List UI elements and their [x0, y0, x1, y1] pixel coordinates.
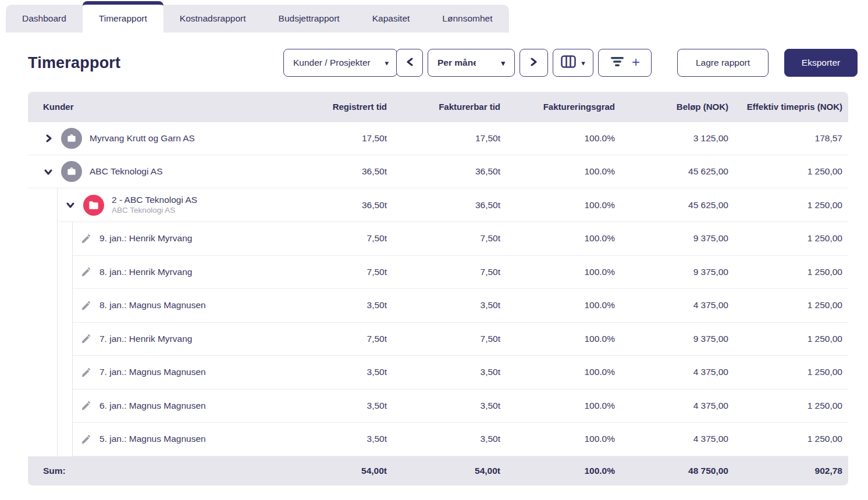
- fakturerbar-tid-value: 7,50t: [393, 233, 506, 244]
- save-report-button[interactable]: Lagre rapport: [677, 49, 769, 77]
- edit-pencil-icon[interactable]: [80, 433, 92, 445]
- edit-pencil-icon[interactable]: [80, 299, 92, 311]
- col-registrert-tid: Registrert tid: [279, 102, 393, 113]
- registrert-tid-value: 17,50t: [279, 133, 393, 144]
- entry-label: 5. jan.: Magnus Magnusen: [99, 434, 206, 444]
- customer-row: ABC Teknologi AS 36,50t 36,50t 100.0% 45…: [28, 155, 848, 188]
- fakturerbar-tid-value: 36,50t: [393, 166, 506, 177]
- edit-pencil-icon[interactable]: [80, 333, 92, 345]
- time-entry-row: 8. jan.: Magnus Magnusen 3,50t 3,50t 100…: [73, 289, 848, 323]
- chevron-down-icon: ▾: [385, 59, 389, 67]
- faktureringsgrad-value: 100.0%: [506, 401, 621, 411]
- edit-pencil-icon[interactable]: [80, 366, 92, 378]
- entries-group: 9. jan.: Henrik Myrvang 7,50t 7,50t 100.…: [72, 222, 848, 456]
- edit-pencil-icon[interactable]: [80, 233, 92, 244]
- chevron-down-icon: ▾: [581, 59, 585, 67]
- customer-name: ABC Teknologi AS: [90, 166, 163, 177]
- belop-value: 4 375,00: [621, 367, 734, 377]
- entry-label: 7. jan.: Henrik Myrvang: [99, 334, 192, 344]
- chevron-down-icon: ▾: [501, 59, 505, 67]
- belop-value: 9 375,00: [621, 267, 734, 277]
- faktureringsgrad-value: 100.0%: [506, 434, 621, 444]
- fakturerbar-tid-value: 3,50t: [393, 300, 506, 310]
- toolbar: Kunder / Prosjekter ▾ Per måned ▾: [283, 49, 858, 77]
- timepris-value: 1 250,00: [734, 267, 848, 277]
- timepris-value: 1 250,00: [734, 200, 848, 210]
- next-period-button[interactable]: [520, 49, 548, 77]
- belop-value: 9 375,00: [621, 233, 734, 244]
- faktureringsgrad-value: 100.0%: [506, 300, 621, 310]
- entry-label: 9. jan.: Henrik Myrvang: [99, 233, 192, 244]
- project-row: 2 - ABC Teknologi AS ABC Teknologi AS 36…: [58, 188, 848, 222]
- export-button[interactable]: Eksporter: [784, 49, 858, 77]
- tab-budsjettrapport[interactable]: Budsjettrapport: [262, 5, 356, 33]
- briefcase-icon: [61, 161, 82, 182]
- sum-fakturerbar-tid: 54,00t: [393, 466, 506, 476]
- faktureringsgrad-value: 100.0%: [506, 267, 621, 277]
- faktureringsgrad-value: 100.0%: [506, 166, 621, 177]
- project-name: 2 - ABC Teknologi AS: [112, 194, 197, 205]
- expand-chevron-right-icon[interactable]: [43, 133, 54, 144]
- edit-pencil-icon[interactable]: [80, 266, 92, 278]
- belop-value: 4 375,00: [621, 300, 734, 310]
- timerapport-page: Dashboard Timerapport Kostnadsrapport Bu…: [0, 0, 868, 500]
- registrert-tid-value: 3,50t: [279, 434, 393, 444]
- time-entry-row: 6. jan.: Magnus Magnusen 3,50t 3,50t 100…: [73, 390, 848, 423]
- customer-row: Myrvang Krutt og Garn AS 17,50t 17,50t 1…: [28, 122, 848, 155]
- timepris-value: 1 250,00: [734, 300, 848, 310]
- fakturerbar-tid-value: 3,50t: [393, 401, 506, 411]
- timepris-value: 178,57: [734, 133, 848, 144]
- plus-icon: +: [632, 55, 640, 69]
- tab-kostnadsrapport[interactable]: Kostnadsrapport: [163, 5, 262, 33]
- belop-value: 4 375,00: [621, 434, 734, 444]
- sum-timepris: 902,78: [734, 466, 848, 476]
- faktureringsgrad-value: 100.0%: [506, 200, 621, 210]
- collapse-chevron-down-icon[interactable]: [65, 200, 76, 210]
- col-effektiv-timepris: Effektiv timepris (NOK): [734, 102, 848, 113]
- sum-belop: 48 750,00: [621, 466, 734, 476]
- time-entry-row: 7. jan.: Henrik Myrvang 7,50t 7,50t 100.…: [73, 323, 848, 356]
- folder-icon: [83, 195, 104, 216]
- page-title: Timerapport: [28, 54, 120, 72]
- project-group: 2 - ABC Teknologi AS ABC Teknologi AS 36…: [57, 188, 848, 456]
- tab-timerapport[interactable]: Timerapport: [83, 1, 163, 33]
- registrert-tid-value: 7,50t: [279, 267, 393, 277]
- sum-label: Sum:: [28, 466, 279, 476]
- col-fakturerbar-tid: Fakturerbar tid: [393, 102, 506, 113]
- table-header: Kunder Registrert tid Fakturerbar tid Fa…: [28, 92, 848, 122]
- belop-value: 3 125,00: [621, 133, 734, 144]
- belop-value: 45 625,00: [621, 200, 734, 210]
- timepris-value: 1 250,00: [734, 401, 848, 411]
- sum-row: Sum: 54,00t 54,00t 100.0% 48 750,00 902,…: [28, 456, 848, 485]
- tab-lonnsomhet[interactable]: Lønnsomhet: [426, 5, 508, 33]
- col-kunder: Kunder: [28, 102, 279, 113]
- tab-dashboard[interactable]: Dashboard: [6, 5, 83, 33]
- fakturerbar-tid-value: 3,50t: [393, 367, 506, 377]
- registrert-tid-value: 7,50t: [279, 233, 393, 244]
- entry-label: 6. jan.: Magnus Magnusen: [99, 401, 206, 411]
- columns-button[interactable]: ▾: [553, 49, 593, 77]
- fakturerbar-tid-value: 3,50t: [393, 434, 506, 444]
- prev-period-button[interactable]: [396, 49, 423, 77]
- registrert-tid-value: 3,50t: [279, 300, 393, 310]
- collapse-chevron-down-icon[interactable]: [43, 166, 54, 177]
- time-entry-row: 9. jan.: Henrik Myrvang 7,50t 7,50t 100.…: [73, 222, 848, 256]
- timepris-value: 1 250,00: [734, 166, 848, 177]
- faktureringsgrad-value: 100.0%: [506, 233, 621, 244]
- tab-kapasitet[interactable]: Kapasitet: [356, 5, 426, 33]
- timepris-value: 1 250,00: [734, 367, 848, 377]
- belop-value: 45 625,00: [621, 166, 734, 177]
- period-select[interactable]: Per måned ▾: [428, 49, 515, 77]
- add-filter-button[interactable]: +: [598, 49, 652, 77]
- grouping-select[interactable]: Kunder / Prosjekter ▾: [283, 49, 397, 77]
- fakturerbar-tid-value: 36,50t: [393, 200, 506, 210]
- time-entry-row: 7. jan.: Magnus Magnusen 3,50t 3,50t 100…: [73, 356, 848, 390]
- chevron-left-icon: [406, 58, 414, 69]
- entry-label: 8. jan.: Magnus Magnusen: [99, 300, 206, 310]
- faktureringsgrad-value: 100.0%: [506, 334, 621, 344]
- edit-pencil-icon[interactable]: [80, 400, 92, 412]
- registrert-tid-value: 3,50t: [279, 367, 393, 377]
- col-belop: Beløp (NOK): [621, 102, 734, 113]
- chevron-right-icon: [530, 58, 538, 69]
- briefcase-icon: [61, 128, 82, 149]
